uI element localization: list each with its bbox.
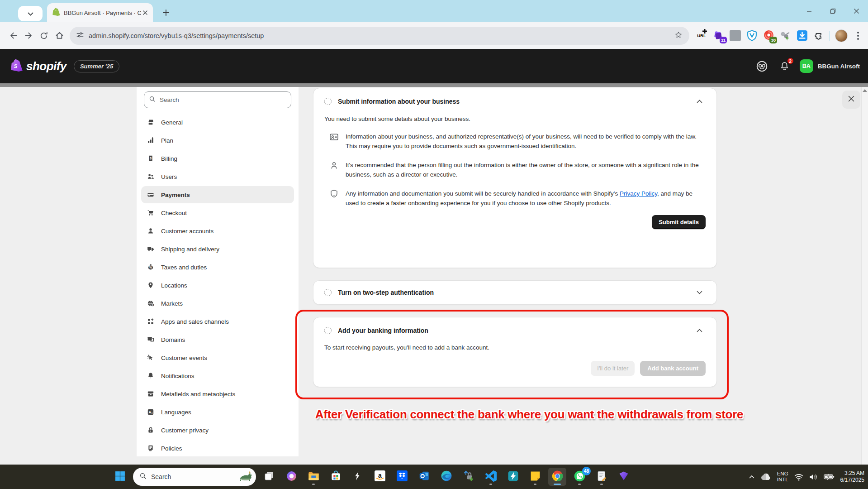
browser-menu-icon[interactable]	[853, 30, 863, 42]
sidebar-item-taxes-and-duties[interactable]: %Taxes and duties	[141, 259, 294, 276]
browser-profile-avatar[interactable]	[835, 29, 848, 42]
code-extension[interactable]	[729, 30, 741, 42]
add-bank-account-button[interactable]: Add bank account	[640, 361, 706, 376]
bullet-item: It's recommended that the person filling…	[324, 160, 706, 179]
chrome-app[interactable]	[548, 468, 566, 486]
sidebar-item-users[interactable]: Users	[141, 168, 294, 185]
sidebar-item-label: Notifications	[161, 373, 194, 379]
sidebar-item-customer-accounts[interactable]: Customer accounts	[141, 222, 294, 240]
sidebar-item-checkout[interactable]: Checkout	[141, 204, 294, 221]
back-button[interactable]	[5, 28, 21, 43]
violet-app[interactable]	[615, 468, 633, 486]
sidebar-item-apps-and-sales-channels[interactable]: Apps and sales channels	[141, 313, 294, 330]
sidebar-item-label: Locations	[161, 282, 187, 289]
purple-stack-extension[interactable]: 11	[712, 30, 724, 42]
link-share-extension[interactable]	[779, 30, 791, 42]
whatsapp-app[interactable]: 48	[570, 468, 588, 486]
browser-tab[interactable]: BBGun Airsoft · Payments · Com	[47, 3, 153, 22]
start-button[interactable]	[111, 468, 129, 486]
sidebar-item-billing[interactable]: $Billing	[141, 150, 294, 167]
notes-app[interactable]	[593, 468, 611, 486]
tray-chevron-up-icon[interactable]	[749, 475, 754, 479]
page-scrollbar[interactable]	[861, 87, 868, 465]
task-view-button[interactable]	[260, 468, 278, 486]
home-button[interactable]	[52, 28, 67, 43]
url-plus-extension[interactable]: URL	[696, 30, 707, 42]
notes-icon	[596, 470, 607, 484]
shopify-logo[interactable]: S shopify Summer '25	[11, 59, 119, 73]
chevron-up-icon[interactable]	[693, 324, 706, 337]
close-window-button[interactable]	[844, 0, 868, 22]
sidebar-item-plan[interactable]: Plan	[141, 132, 294, 149]
task-view-icon	[264, 470, 275, 483]
language-indicator[interactable]: ENGINTL	[777, 471, 788, 483]
sidebar-item-domains[interactable]: Domains	[141, 331, 294, 348]
close-settings-button[interactable]	[842, 91, 860, 109]
lightning-app[interactable]	[349, 468, 367, 486]
banking-card-title: Add your banking information	[338, 327, 428, 334]
svg-text:A: A	[149, 410, 152, 414]
windows-taskbar: Searcha48 ENGINTL 3:25 AM6/17/2025	[0, 465, 868, 489]
sticky-notes-app[interactable]	[526, 468, 544, 486]
download-extension[interactable]	[796, 30, 808, 42]
taskbar-search[interactable]: Search	[133, 468, 256, 486]
sidebar-item-policies[interactable]: Policies	[141, 440, 294, 457]
onedrive-icon[interactable]	[760, 473, 771, 480]
zenmate-shield-extension[interactable]	[746, 30, 758, 42]
privacy-icon	[147, 427, 154, 434]
notifications-bell-button[interactable]: 2	[777, 58, 792, 74]
id-card-icon	[329, 132, 339, 151]
store-account-chip[interactable]: BA BBGun Airsoft	[800, 59, 860, 73]
privacy-policy-link[interactable]: Privacy Policy	[620, 190, 657, 197]
sidebar-item-general[interactable]: General	[141, 114, 294, 131]
edge-app[interactable]	[437, 468, 455, 486]
checkout-icon	[147, 209, 154, 216]
volume-icon[interactable]	[809, 473, 818, 481]
site-info-icon[interactable]	[76, 31, 84, 41]
reload-button[interactable]	[36, 28, 52, 43]
battery-charging-icon[interactable]	[824, 473, 835, 480]
sidebar-item-notifications[interactable]: Notifications	[141, 367, 294, 384]
submit-details-button[interactable]: Submit details	[652, 215, 706, 229]
teal-bolt-app[interactable]	[504, 468, 522, 486]
forward-button[interactable]	[21, 28, 36, 43]
sidebar-item-customer-privacy[interactable]: Customer privacy	[141, 422, 294, 439]
two-step-card: Turn on two-step authentication	[313, 280, 717, 305]
tab-search-button[interactable]	[18, 6, 43, 21]
file-explorer-icon	[308, 470, 320, 484]
assistant-face-icon[interactable]	[754, 58, 770, 74]
sidebar-item-payments[interactable]: Payments	[141, 186, 294, 203]
puzzle-extensions-icon[interactable]	[813, 30, 825, 42]
sidebar-item-metafields-and-metaobjects[interactable]: Metafields and metaobjects	[141, 385, 294, 403]
amazon-app[interactable]: a	[371, 468, 389, 486]
chevron-down-icon[interactable]	[693, 286, 706, 299]
sidebar-item-markets[interactable]: $Markets	[141, 295, 294, 312]
url-bar[interactable]: admin.shopify.com/store/vybu1s-q3/settin…	[70, 27, 689, 45]
sidebar-search-input[interactable]: Search	[144, 91, 291, 108]
scroll-up-arrow-icon[interactable]	[863, 89, 867, 92]
clock[interactable]: 3:25 AM6/17/2025	[840, 470, 864, 484]
new-tab-button[interactable]	[159, 6, 173, 19]
vscode-app[interactable]	[482, 468, 500, 486]
sidebar-item-languages[interactable]: AxLanguages	[141, 403, 294, 421]
adblock-extension[interactable]: 30	[763, 30, 774, 42]
microsoft-store-app[interactable]	[327, 468, 345, 486]
restore-button[interactable]	[821, 0, 844, 22]
tab-close-icon[interactable]	[141, 9, 149, 17]
sidebar-item-locations[interactable]: Locations	[141, 277, 294, 294]
bookmark-star-icon[interactable]	[674, 30, 683, 41]
wifi-icon[interactable]	[794, 473, 803, 481]
outlook-app[interactable]	[415, 468, 433, 486]
chevron-up-icon[interactable]	[693, 95, 706, 108]
do-it-later-button[interactable]: I'll do it later	[591, 361, 635, 376]
sidebar-item-customer-events[interactable]: Customer events	[141, 349, 294, 366]
copilot-app[interactable]	[282, 468, 300, 486]
shopify-header-right: 2 BA BBGun Airsoft	[754, 58, 860, 74]
dropbox-app[interactable]	[393, 468, 411, 486]
vpn-lock-app[interactable]	[460, 468, 478, 486]
file-explorer-app[interactable]	[304, 468, 323, 486]
url-text[interactable]: admin.shopify.com/store/vybu1s-q3/settin…	[89, 32, 674, 39]
minimize-button[interactable]	[797, 0, 821, 22]
shopify-wordmark: shopify	[26, 59, 66, 73]
sidebar-item-shipping-and-delivery[interactable]: Shipping and delivery	[141, 240, 294, 258]
